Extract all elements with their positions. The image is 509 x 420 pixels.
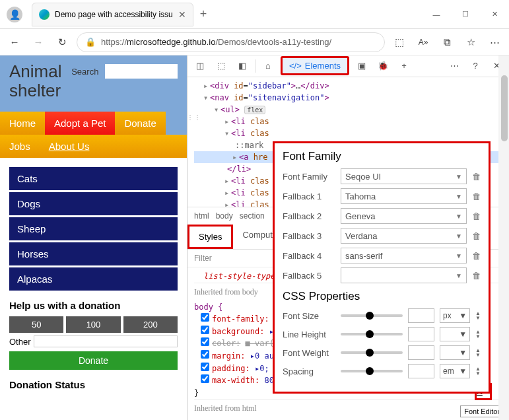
chevron-down-icon: ▼ <box>459 348 467 357</box>
nav-home[interactable]: Home <box>0 112 45 135</box>
inherited-body: body <box>242 287 258 297</box>
cat-dogs[interactable]: Dogs <box>9 192 178 215</box>
cat-cats[interactable]: Cats <box>9 167 178 190</box>
back-button[interactable]: ← <box>5 33 24 52</box>
inspect-icon[interactable]: ◫ <box>191 57 209 75</box>
delete-icon[interactable]: 🗑 <box>472 192 481 201</box>
donate-50[interactable]: 50 <box>9 316 63 333</box>
cb-pad[interactable] <box>201 363 209 371</box>
chevron-down-icon: ▼ <box>456 213 462 220</box>
welcome-icon[interactable]: ⌂ <box>259 57 277 75</box>
prop-value-input[interactable] <box>408 345 434 360</box>
prop-slider[interactable] <box>341 333 403 335</box>
font-select[interactable]: Geneva▼ <box>341 208 467 224</box>
crumb-body[interactable]: body <box>216 211 233 221</box>
cat-horses[interactable]: Horses <box>9 242 178 265</box>
prop-stepper[interactable]: ▲▼ <box>475 348 481 357</box>
pseudo-marker: ::mark <box>235 141 263 150</box>
delete-icon[interactable]: 🗑 <box>472 231 481 241</box>
collections-icon[interactable]: ⧉ <box>438 33 456 52</box>
url-input[interactable]: 🔒 https://microsoftedge.github.io/Demos/… <box>77 32 385 52</box>
prop-stepper[interactable]: ▲▼ <box>475 367 481 376</box>
new-tab-button[interactable]: + <box>193 7 214 21</box>
menu-icon[interactable]: ⋯ <box>485 33 504 52</box>
donate-100[interactable]: 100 <box>66 316 120 333</box>
cb-ff[interactable] <box>201 313 209 322</box>
cat-sheep[interactable]: Sheep <box>9 217 178 240</box>
tab-title: Demo page with accessibility issu <box>55 10 173 19</box>
devtools-pane: ◫ ⬚ ◧ ⌂ </> Elements ▣ 🐞 + ⋯ ? ✕ ▸<div i… <box>187 55 509 420</box>
donate-button[interactable]: Donate <box>9 351 178 370</box>
maximize-button[interactable]: ☐ <box>451 0 480 29</box>
refresh-button[interactable]: ↻ <box>53 33 71 52</box>
chevron-down-icon: ▼ <box>456 232 462 240</box>
nav-jobs[interactable]: Jobs <box>0 135 40 158</box>
flex-badge[interactable]: flex <box>244 106 265 114</box>
prop-unit-select[interactable]: px▼ <box>440 308 470 323</box>
nav-about[interactable]: About Us <box>40 135 99 158</box>
chevron-down-icon: ▼ <box>456 193 462 200</box>
crumb-html[interactable]: html <box>194 211 209 221</box>
donation-status-heading: Donation Status <box>9 379 178 390</box>
crumb-section[interactable]: section <box>240 211 265 221</box>
tab-elements[interactable]: </> Elements <box>281 56 349 75</box>
window-titlebar: 👤 Demo page with accessibility issu ✕ + … <box>0 0 509 29</box>
minimize-button[interactable]: — <box>422 0 451 29</box>
devtools-scrollbar[interactable] <box>498 55 509 420</box>
browser-tab[interactable]: Demo page with accessibility issu ✕ <box>32 3 193 26</box>
donate-200[interactable]: 200 <box>123 316 178 333</box>
panel-icon[interactable]: ◧ <box>234 57 251 75</box>
other-amount-input[interactable] <box>34 335 178 347</box>
issues-icon[interactable]: 🐞 <box>374 57 391 75</box>
delete-icon[interactable]: 🗑 <box>472 271 481 281</box>
prop-unit-select[interactable]: em▼ <box>440 364 470 378</box>
more-tabs-icon[interactable]: + <box>395 57 413 75</box>
console-icon[interactable]: ▣ <box>353 57 370 75</box>
delete-icon[interactable]: 🗑 <box>472 251 481 261</box>
cb-margin[interactable] <box>201 350 209 359</box>
address-bar: ← → ↻ 🔒 https://microsoftedge.github.io/… <box>0 29 509 55</box>
delete-icon[interactable]: 🗑 <box>472 211 481 221</box>
chevron-down-icon: ▼ <box>459 330 467 339</box>
prop-value-input[interactable] <box>408 364 434 378</box>
prop-slider[interactable] <box>341 370 403 372</box>
font-row-label: Fallback 4 <box>283 251 335 261</box>
delete-icon[interactable]: 🗑 <box>472 172 481 182</box>
cb-mw[interactable] <box>201 374 209 383</box>
chevron-down-icon: ▼ <box>456 173 462 180</box>
font-select[interactable]: Seqoe UI▼ <box>341 168 467 184</box>
profile-icon[interactable]: 👤 <box>7 7 22 22</box>
font-select[interactable]: sans-serif▼ <box>341 248 467 263</box>
prop-value-input[interactable] <box>408 308 434 323</box>
font-select[interactable]: Verdana▼ <box>341 228 467 244</box>
help-icon[interactable]: ? <box>467 57 484 75</box>
tab-styles[interactable]: Styles <box>187 225 233 249</box>
read-aloud-icon[interactable]: A» <box>414 33 432 52</box>
device-icon[interactable]: ⬚ <box>213 57 230 75</box>
prop-value-input[interactable] <box>408 327 434 341</box>
font-row-label: Fallback 2 <box>283 211 335 221</box>
inherited-label-2: Inherited from <box>194 403 240 413</box>
close-window-button[interactable]: ✕ <box>480 0 509 29</box>
favorite-icon[interactable]: ☆ <box>461 33 480 52</box>
prop-slider[interactable] <box>341 351 403 354</box>
font-row-label: Font Family <box>283 172 335 182</box>
prop-unit-select[interactable]: ▼ <box>440 345 470 360</box>
nav-adopt[interactable]: Adopt a Pet <box>45 112 115 135</box>
tab-close-icon[interactable]: ✕ <box>178 9 186 20</box>
cb-color[interactable] <box>201 337 209 346</box>
cat-alpacas[interactable]: Alpacas <box>9 267 178 291</box>
pane-resize-handle[interactable]: ⋮⋮ <box>187 114 201 121</box>
font-select[interactable]: ▼ <box>341 267 467 283</box>
prop-stepper[interactable]: ▲▼ <box>475 330 481 339</box>
font-select[interactable]: Tahoma▼ <box>341 188 467 204</box>
nav-donate[interactable]: Donate <box>115 112 165 135</box>
prop-stepper[interactable]: ▲▼ <box>475 311 481 320</box>
prop-slider[interactable] <box>341 314 403 317</box>
app-icon[interactable]: ⬚ <box>390 33 409 52</box>
cb-bg[interactable] <box>201 326 209 334</box>
prop-unit-select[interactable]: ▼ <box>440 327 470 341</box>
more-icon[interactable]: ⋯ <box>446 57 463 75</box>
search-input[interactable] <box>105 64 178 79</box>
scrollbar-thumb[interactable] <box>501 75 508 141</box>
